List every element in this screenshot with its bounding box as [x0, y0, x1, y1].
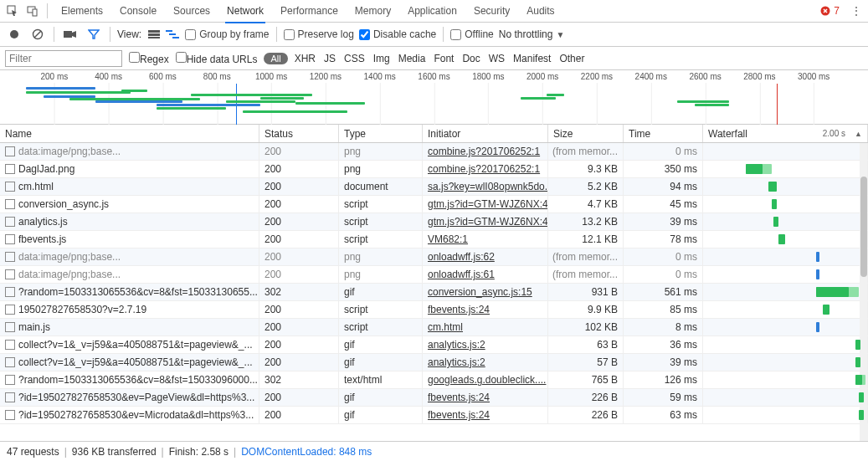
hide-data-urls-checkbox[interactable]: Hide data URLs — [176, 52, 258, 65]
table-row[interactable]: cm.html200documentsa.js?key=wlI08opwnk5d… — [0, 178, 868, 196]
table-row[interactable]: collect?v=1&_v=j59&a=405088751&t=pagevie… — [0, 354, 868, 371]
table-row[interactable]: conversion_async.js200scriptgtm.js?id=GT… — [0, 196, 868, 213]
filter-type-font[interactable]: Font — [434, 53, 454, 64]
svg-rect-12 — [169, 33, 176, 35]
waterfall-cell — [703, 231, 868, 248]
file-icon — [5, 164, 15, 174]
tab-audits[interactable]: Audits — [518, 0, 562, 23]
initiator-link[interactable]: combine.js?201706252:1 — [428, 163, 540, 175]
file-icon — [5, 375, 15, 385]
view-waterfall-icon[interactable] — [165, 27, 180, 42]
waterfall-cell — [703, 301, 868, 318]
initiator-link[interactable]: fbevents.js:24 — [428, 304, 490, 315]
col-waterfall-header[interactable]: Waterfall2.00 s — [703, 125, 868, 142]
tick: 2600 ms — [689, 72, 721, 81]
filter-input[interactable] — [5, 50, 122, 67]
timeline-overview[interactable]: 200 ms400 ms600 ms800 ms1000 ms1200 ms14… — [0, 70, 868, 125]
filter-type-doc[interactable]: Doc — [462, 53, 480, 64]
initiator-link[interactable]: gtm.js?id=GTM-WJZ6NX:44 — [428, 198, 548, 210]
waterfall-cell — [703, 319, 868, 336]
tab-elements[interactable]: Elements — [53, 0, 111, 23]
filter-type-other[interactable]: Other — [559, 53, 584, 64]
file-icon — [5, 234, 15, 244]
col-status-header[interactable]: Status — [259, 125, 339, 142]
tab-console[interactable]: Console — [111, 0, 165, 23]
initiator-link[interactable]: googleads.g.doubleclick.... — [428, 374, 546, 386]
svg-rect-8 — [148, 30, 160, 33]
initiator-link[interactable]: analytics.js:2 — [428, 356, 485, 368]
table-row[interactable]: data:image/png;base...200pngonloadwff.js… — [0, 248, 868, 266]
col-size-header[interactable]: Size — [548, 125, 624, 142]
table-row[interactable]: ?random=1503313065536&cv=8&fst=150330960… — [0, 371, 868, 389]
filter-type-xhr[interactable]: XHR — [295, 53, 316, 64]
initiator-link[interactable]: onloadwff.js:61 — [428, 269, 495, 280]
col-time-header[interactable]: Time — [624, 125, 703, 142]
tab-application[interactable]: Application — [399, 0, 465, 23]
filter-type-ws[interactable]: WS — [489, 53, 505, 64]
waterfall-cell — [703, 266, 868, 283]
initiator-link[interactable]: sa.js?key=wlI08opwnk5do... — [428, 181, 548, 192]
table-row[interactable]: data:image/png;base...200pngcombine.js?2… — [0, 143, 868, 161]
tab-memory[interactable]: Memory — [347, 0, 399, 23]
initiator-link[interactable]: VM682:1 — [428, 233, 468, 245]
waterfall-cell — [703, 161, 868, 177]
waterfall-cell — [703, 143, 868, 160]
clear-icon[interactable] — [28, 25, 47, 44]
initiator-link[interactable]: gtm.js?id=GTM-WJZ6NX:44 — [428, 216, 548, 228]
table-row[interactable]: main.js200scriptcm.html102 KB8 ms — [0, 319, 868, 336]
tick: 1200 ms — [310, 72, 342, 81]
file-icon — [5, 392, 15, 402]
camera-icon[interactable] — [61, 25, 80, 44]
col-type-header[interactable]: Type — [339, 125, 423, 142]
svg-line-6 — [34, 31, 41, 38]
initiator-link[interactable]: conversion_async.js:15 — [428, 286, 532, 298]
initiator-link[interactable]: fbevents.js:24 — [428, 392, 490, 403]
initiator-link[interactable]: fbevents.js:24 — [428, 409, 490, 421]
throttling-select[interactable]: No throttling▼ — [499, 28, 565, 40]
table-row[interactable]: ?id=195027827658530&ev=Microdata&dl=http… — [0, 407, 868, 424]
filter-all-pill[interactable]: All — [264, 53, 287, 64]
col-name-header[interactable]: Name — [0, 125, 259, 142]
view-large-icon[interactable] — [146, 27, 162, 42]
offline-checkbox[interactable]: Offline — [450, 28, 493, 40]
filter-type-css[interactable]: CSS — [344, 53, 365, 64]
group-by-frame-checkbox[interactable]: Group by frame — [185, 28, 269, 40]
waterfall-cell — [703, 407, 868, 423]
filter-type-manifest[interactable]: Manifest — [513, 53, 551, 64]
table-row[interactable]: fbevents.js200scriptVM682:112.1 KB78 ms — [0, 231, 868, 248]
table-row[interactable]: 195027827658530?v=2.7.19200scriptfbevent… — [0, 301, 868, 319]
request-table: Name Status Type Initiator Size Time Wat… — [0, 125, 868, 441]
filter-icon[interactable] — [85, 25, 103, 44]
col-initiator-header[interactable]: Initiator — [423, 125, 548, 142]
filter-type-media[interactable]: Media — [398, 53, 426, 64]
tab-network[interactable]: Network — [218, 0, 272, 23]
table-row[interactable]: analytics.js200scriptgtm.js?id=GTM-WJZ6N… — [0, 213, 868, 231]
kebab-menu-icon[interactable]: ⋮ — [848, 4, 865, 18]
filter-type-js[interactable]: JS — [324, 53, 336, 64]
file-icon — [5, 146, 15, 156]
error-count-text: 7 — [834, 5, 840, 17]
initiator-link[interactable]: combine.js?201706252:1 — [428, 146, 540, 157]
status-bar: 47 requests | 936 KB transferred | Finis… — [0, 441, 868, 461]
table-row[interactable]: collect?v=1&_v=j59&a=405088751&t=pagevie… — [0, 336, 868, 354]
tab-security[interactable]: Security — [465, 0, 518, 23]
tick: 600 ms — [149, 72, 177, 81]
error-count-badge[interactable]: 7 — [820, 5, 840, 17]
preserve-log-checkbox[interactable]: Preserve log — [284, 28, 354, 40]
device-toggle-icon[interactable] — [23, 2, 42, 20]
filter-type-img[interactable]: Img — [373, 53, 390, 64]
table-row[interactable]: ?id=195027827658530&ev=PageView&dl=https… — [0, 389, 868, 407]
tab-performance[interactable]: Performance — [272, 0, 347, 23]
disable-cache-checkbox[interactable]: Disable cache — [359, 28, 436, 40]
initiator-link[interactable]: cm.html — [428, 321, 463, 333]
initiator-link[interactable]: analytics.js:2 — [428, 339, 485, 351]
inspect-icon[interactable] — [3, 2, 22, 20]
regex-checkbox[interactable]: Regex — [129, 52, 169, 65]
tab-sources[interactable]: Sources — [165, 0, 218, 23]
initiator-link[interactable]: onloadwff.js:62 — [428, 251, 495, 263]
table-row[interactable]: DaglJad.png200pngcombine.js?201706252:19… — [0, 161, 868, 178]
table-row[interactable]: ?random=1503313065536&cv=8&fst=150331306… — [0, 284, 868, 301]
record-icon[interactable] — [5, 25, 23, 44]
table-row[interactable]: data:image/png;base...200pngonloadwff.js… — [0, 266, 868, 284]
svg-rect-10 — [148, 37, 160, 38]
